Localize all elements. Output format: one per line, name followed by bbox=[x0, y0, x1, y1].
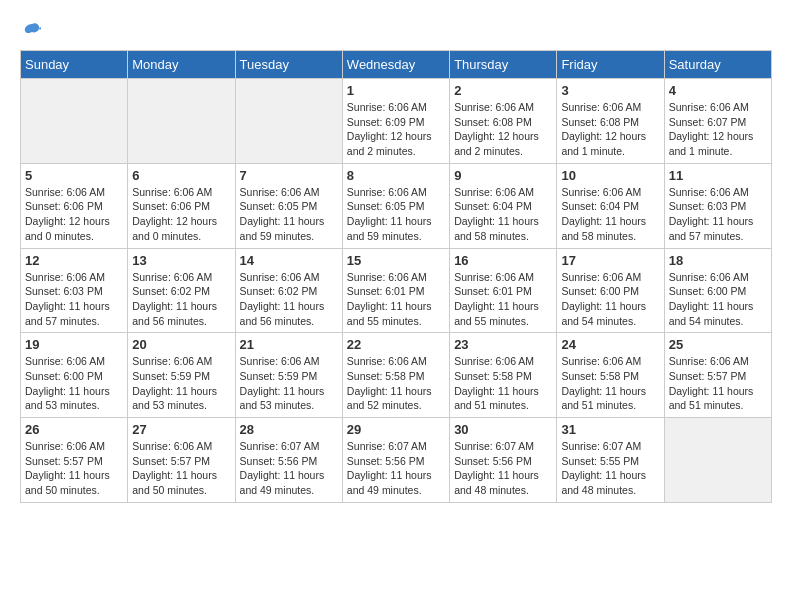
day-info: Sunrise: 6:07 AMSunset: 5:56 PMDaylight:… bbox=[240, 439, 338, 498]
day-number: 11 bbox=[669, 168, 767, 183]
day-number: 31 bbox=[561, 422, 659, 437]
calendar-cell: 6Sunrise: 6:06 AMSunset: 6:06 PMDaylight… bbox=[128, 163, 235, 248]
calendar-cell: 13Sunrise: 6:06 AMSunset: 6:02 PMDayligh… bbox=[128, 248, 235, 333]
calendar-cell: 14Sunrise: 6:06 AMSunset: 6:02 PMDayligh… bbox=[235, 248, 342, 333]
day-info: Sunrise: 6:06 AMSunset: 6:03 PMDaylight:… bbox=[669, 185, 767, 244]
day-info: Sunrise: 6:06 AMSunset: 5:58 PMDaylight:… bbox=[347, 354, 445, 413]
day-number: 9 bbox=[454, 168, 552, 183]
calendar-week-row: 19Sunrise: 6:06 AMSunset: 6:00 PMDayligh… bbox=[21, 333, 772, 418]
day-info: Sunrise: 6:06 AMSunset: 6:08 PMDaylight:… bbox=[561, 100, 659, 159]
day-number: 6 bbox=[132, 168, 230, 183]
day-number: 15 bbox=[347, 253, 445, 268]
weekday-header-row: SundayMondayTuesdayWednesdayThursdayFrid… bbox=[21, 51, 772, 79]
day-number: 22 bbox=[347, 337, 445, 352]
day-info: Sunrise: 6:06 AMSunset: 6:00 PMDaylight:… bbox=[561, 270, 659, 329]
day-info: Sunrise: 6:06 AMSunset: 5:58 PMDaylight:… bbox=[454, 354, 552, 413]
day-info: Sunrise: 6:06 AMSunset: 5:57 PMDaylight:… bbox=[669, 354, 767, 413]
day-number: 28 bbox=[240, 422, 338, 437]
day-info: Sunrise: 6:06 AMSunset: 6:02 PMDaylight:… bbox=[132, 270, 230, 329]
day-number: 26 bbox=[25, 422, 123, 437]
calendar-cell: 17Sunrise: 6:06 AMSunset: 6:00 PMDayligh… bbox=[557, 248, 664, 333]
day-number: 18 bbox=[669, 253, 767, 268]
calendar-cell: 26Sunrise: 6:06 AMSunset: 5:57 PMDayligh… bbox=[21, 418, 128, 503]
day-number: 19 bbox=[25, 337, 123, 352]
calendar-week-row: 12Sunrise: 6:06 AMSunset: 6:03 PMDayligh… bbox=[21, 248, 772, 333]
day-number: 7 bbox=[240, 168, 338, 183]
calendar-cell: 16Sunrise: 6:06 AMSunset: 6:01 PMDayligh… bbox=[450, 248, 557, 333]
day-number: 13 bbox=[132, 253, 230, 268]
calendar-cell: 8Sunrise: 6:06 AMSunset: 6:05 PMDaylight… bbox=[342, 163, 449, 248]
day-number: 1 bbox=[347, 83, 445, 98]
calendar-cell bbox=[235, 79, 342, 164]
day-number: 5 bbox=[25, 168, 123, 183]
day-info: Sunrise: 6:06 AMSunset: 6:05 PMDaylight:… bbox=[347, 185, 445, 244]
calendar-cell: 2Sunrise: 6:06 AMSunset: 6:08 PMDaylight… bbox=[450, 79, 557, 164]
day-number: 4 bbox=[669, 83, 767, 98]
calendar-week-row: 1Sunrise: 6:06 AMSunset: 6:09 PMDaylight… bbox=[21, 79, 772, 164]
logo-bird-icon bbox=[22, 20, 42, 40]
calendar-week-row: 26Sunrise: 6:06 AMSunset: 5:57 PMDayligh… bbox=[21, 418, 772, 503]
day-info: Sunrise: 6:06 AMSunset: 6:04 PMDaylight:… bbox=[454, 185, 552, 244]
weekday-header-friday: Friday bbox=[557, 51, 664, 79]
weekday-header-thursday: Thursday bbox=[450, 51, 557, 79]
calendar-cell: 27Sunrise: 6:06 AMSunset: 5:57 PMDayligh… bbox=[128, 418, 235, 503]
day-info: Sunrise: 6:07 AMSunset: 5:55 PMDaylight:… bbox=[561, 439, 659, 498]
calendar-cell: 5Sunrise: 6:06 AMSunset: 6:06 PMDaylight… bbox=[21, 163, 128, 248]
day-info: Sunrise: 6:06 AMSunset: 5:59 PMDaylight:… bbox=[132, 354, 230, 413]
calendar-cell: 18Sunrise: 6:06 AMSunset: 6:00 PMDayligh… bbox=[664, 248, 771, 333]
calendar-cell: 1Sunrise: 6:06 AMSunset: 6:09 PMDaylight… bbox=[342, 79, 449, 164]
day-number: 3 bbox=[561, 83, 659, 98]
day-info: Sunrise: 6:06 AMSunset: 6:01 PMDaylight:… bbox=[454, 270, 552, 329]
day-number: 21 bbox=[240, 337, 338, 352]
day-info: Sunrise: 6:06 AMSunset: 6:02 PMDaylight:… bbox=[240, 270, 338, 329]
calendar-cell bbox=[21, 79, 128, 164]
calendar-cell: 20Sunrise: 6:06 AMSunset: 5:59 PMDayligh… bbox=[128, 333, 235, 418]
day-number: 30 bbox=[454, 422, 552, 437]
calendar-cell: 28Sunrise: 6:07 AMSunset: 5:56 PMDayligh… bbox=[235, 418, 342, 503]
weekday-header-monday: Monday bbox=[128, 51, 235, 79]
weekday-header-wednesday: Wednesday bbox=[342, 51, 449, 79]
calendar-week-row: 5Sunrise: 6:06 AMSunset: 6:06 PMDaylight… bbox=[21, 163, 772, 248]
day-info: Sunrise: 6:06 AMSunset: 5:57 PMDaylight:… bbox=[25, 439, 123, 498]
day-info: Sunrise: 6:06 AMSunset: 6:00 PMDaylight:… bbox=[669, 270, 767, 329]
calendar-cell: 7Sunrise: 6:06 AMSunset: 6:05 PMDaylight… bbox=[235, 163, 342, 248]
day-info: Sunrise: 6:06 AMSunset: 5:58 PMDaylight:… bbox=[561, 354, 659, 413]
calendar-cell bbox=[664, 418, 771, 503]
day-info: Sunrise: 6:06 AMSunset: 6:06 PMDaylight:… bbox=[132, 185, 230, 244]
day-info: Sunrise: 6:06 AMSunset: 6:05 PMDaylight:… bbox=[240, 185, 338, 244]
day-number: 8 bbox=[347, 168, 445, 183]
calendar-cell: 12Sunrise: 6:06 AMSunset: 6:03 PMDayligh… bbox=[21, 248, 128, 333]
logo bbox=[20, 20, 42, 40]
calendar-cell: 4Sunrise: 6:06 AMSunset: 6:07 PMDaylight… bbox=[664, 79, 771, 164]
day-number: 17 bbox=[561, 253, 659, 268]
calendar-cell: 22Sunrise: 6:06 AMSunset: 5:58 PMDayligh… bbox=[342, 333, 449, 418]
day-number: 25 bbox=[669, 337, 767, 352]
calendar-cell: 21Sunrise: 6:06 AMSunset: 5:59 PMDayligh… bbox=[235, 333, 342, 418]
day-number: 20 bbox=[132, 337, 230, 352]
calendar-cell: 31Sunrise: 6:07 AMSunset: 5:55 PMDayligh… bbox=[557, 418, 664, 503]
day-info: Sunrise: 6:06 AMSunset: 6:03 PMDaylight:… bbox=[25, 270, 123, 329]
calendar-cell: 9Sunrise: 6:06 AMSunset: 6:04 PMDaylight… bbox=[450, 163, 557, 248]
calendar-cell: 30Sunrise: 6:07 AMSunset: 5:56 PMDayligh… bbox=[450, 418, 557, 503]
calendar-cell bbox=[128, 79, 235, 164]
calendar-cell: 29Sunrise: 6:07 AMSunset: 5:56 PMDayligh… bbox=[342, 418, 449, 503]
day-info: Sunrise: 6:07 AMSunset: 5:56 PMDaylight:… bbox=[454, 439, 552, 498]
day-number: 23 bbox=[454, 337, 552, 352]
day-number: 27 bbox=[132, 422, 230, 437]
weekday-header-saturday: Saturday bbox=[664, 51, 771, 79]
day-info: Sunrise: 6:06 AMSunset: 6:01 PMDaylight:… bbox=[347, 270, 445, 329]
day-number: 14 bbox=[240, 253, 338, 268]
day-info: Sunrise: 6:06 AMSunset: 5:59 PMDaylight:… bbox=[240, 354, 338, 413]
day-number: 16 bbox=[454, 253, 552, 268]
day-number: 12 bbox=[25, 253, 123, 268]
calendar-cell: 10Sunrise: 6:06 AMSunset: 6:04 PMDayligh… bbox=[557, 163, 664, 248]
day-number: 2 bbox=[454, 83, 552, 98]
calendar-cell: 23Sunrise: 6:06 AMSunset: 5:58 PMDayligh… bbox=[450, 333, 557, 418]
calendar-cell: 11Sunrise: 6:06 AMSunset: 6:03 PMDayligh… bbox=[664, 163, 771, 248]
day-number: 29 bbox=[347, 422, 445, 437]
day-info: Sunrise: 6:06 AMSunset: 5:57 PMDaylight:… bbox=[132, 439, 230, 498]
page-header bbox=[20, 20, 772, 40]
day-info: Sunrise: 6:06 AMSunset: 6:06 PMDaylight:… bbox=[25, 185, 123, 244]
calendar-cell: 3Sunrise: 6:06 AMSunset: 6:08 PMDaylight… bbox=[557, 79, 664, 164]
weekday-header-sunday: Sunday bbox=[21, 51, 128, 79]
